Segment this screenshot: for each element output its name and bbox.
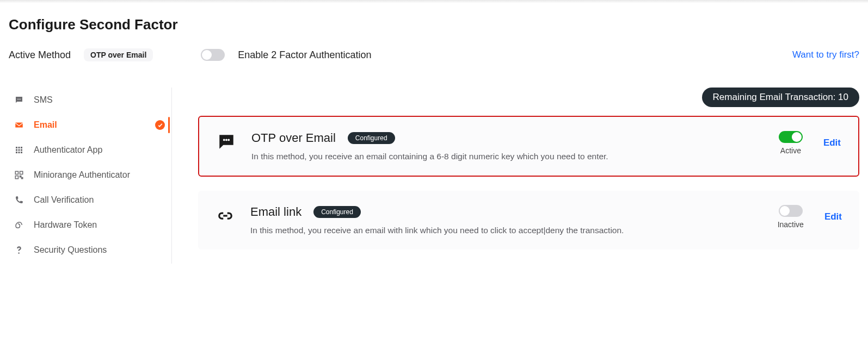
method-card-otp-over-email: OTP over EmailConfiguredIn this method, … bbox=[198, 116, 859, 177]
sidebar-item-label: Authenticator App bbox=[34, 145, 102, 155]
speech-icon bbox=[217, 132, 236, 152]
svg-rect-14 bbox=[15, 176, 18, 179]
auth-app-icon bbox=[14, 145, 24, 155]
email-icon bbox=[14, 120, 24, 130]
svg-point-0 bbox=[17, 99, 19, 100]
svg-rect-13 bbox=[20, 171, 23, 174]
sidebar-item-label: Security Questions bbox=[34, 245, 107, 255]
link-icon bbox=[216, 206, 235, 226]
svg-point-19 bbox=[227, 139, 230, 141]
question-icon bbox=[14, 245, 24, 255]
miniorange-icon bbox=[14, 170, 24, 180]
sidebar-item-security-questions[interactable]: Security Questions bbox=[9, 238, 169, 263]
sidebar-item-label: Hardware Token bbox=[34, 220, 97, 230]
method-toggle-label: Inactive bbox=[778, 220, 804, 229]
method-category-sidebar: SMSEmailAuthenticator AppMiniorange Auth… bbox=[9, 88, 172, 264]
svg-rect-5 bbox=[21, 147, 22, 148]
sidebar-item-authenticator-app[interactable]: Authenticator App bbox=[9, 138, 169, 163]
enable-2fa-toggle[interactable] bbox=[201, 49, 225, 61]
sidebar-item-hardware-token[interactable]: Hardware Token bbox=[9, 213, 169, 238]
svg-point-1 bbox=[19, 99, 20, 100]
svg-rect-3 bbox=[16, 147, 17, 148]
sidebar-item-label: Email bbox=[34, 120, 57, 130]
edit-method-link[interactable]: Edit bbox=[823, 138, 841, 148]
svg-rect-16 bbox=[22, 178, 23, 179]
active-method-label: Active Method bbox=[9, 49, 71, 61]
svg-point-18 bbox=[225, 139, 227, 141]
sidebar-item-label: Miniorange Authenticator bbox=[34, 170, 130, 180]
method-title: OTP over Email bbox=[251, 131, 336, 145]
sidebar-item-miniorange-authenticator[interactable]: Miniorange Authenticator bbox=[9, 163, 169, 188]
configured-badge: Configured bbox=[348, 132, 395, 144]
sms-icon bbox=[14, 95, 24, 105]
sidebar-item-label: SMS bbox=[34, 95, 53, 105]
method-active-toggle[interactable] bbox=[779, 205, 803, 217]
method-card-email-link: Email linkConfiguredIn this method, you … bbox=[198, 191, 859, 249]
svg-rect-4 bbox=[19, 147, 20, 148]
svg-point-2 bbox=[20, 99, 21, 100]
remaining-transactions-badge: Remaining Email Transaction: 10 bbox=[702, 88, 859, 107]
sidebar-item-sms[interactable]: SMS bbox=[9, 88, 169, 113]
method-description: In this method, you receive an email con… bbox=[251, 152, 764, 161]
check-icon bbox=[155, 120, 165, 130]
svg-rect-9 bbox=[16, 152, 17, 153]
sidebar-item-call-verification[interactable]: Call Verification bbox=[9, 188, 169, 213]
svg-rect-6 bbox=[16, 149, 17, 151]
svg-rect-11 bbox=[21, 152, 22, 153]
svg-rect-10 bbox=[19, 152, 20, 153]
sidebar-item-email[interactable]: Email bbox=[9, 113, 169, 138]
svg-point-17 bbox=[223, 139, 225, 141]
configured-badge: Configured bbox=[313, 206, 361, 218]
svg-rect-7 bbox=[19, 149, 20, 151]
svg-rect-15 bbox=[20, 176, 21, 177]
call-icon bbox=[14, 195, 24, 205]
method-title: Email link bbox=[250, 205, 301, 219]
sidebar-item-label: Call Verification bbox=[34, 195, 94, 205]
try-first-link[interactable]: Want to try first? bbox=[792, 49, 859, 60]
active-method-value: OTP over Email bbox=[84, 48, 153, 61]
svg-rect-12 bbox=[15, 171, 18, 174]
svg-rect-8 bbox=[21, 149, 22, 151]
enable-2fa-label: Enable 2 Factor Authentication bbox=[238, 49, 371, 61]
method-toggle-label: Active bbox=[780, 146, 801, 155]
page-title: Configure Second Factor bbox=[9, 16, 859, 33]
method-description: In this method, you receive an email wit… bbox=[250, 226, 762, 235]
edit-method-link[interactable]: Edit bbox=[824, 211, 842, 222]
hardware-icon bbox=[14, 220, 24, 230]
method-active-toggle[interactable] bbox=[779, 131, 803, 143]
